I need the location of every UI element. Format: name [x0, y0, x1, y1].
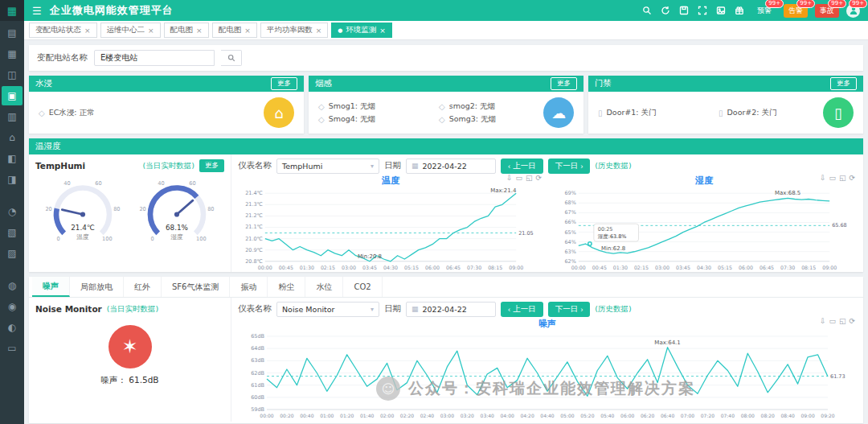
env-tab-8[interactable]: CO2 [343, 277, 382, 297]
search-icon[interactable] [641, 5, 653, 16]
download-icon[interactable]: ⇩ [820, 317, 826, 325]
svg-text:100: 100 [196, 236, 207, 242]
env-tab-7[interactable]: 水位 [305, 277, 343, 297]
temphumi-prev-day-button[interactable]: ‹上一日 [501, 158, 543, 174]
svg-text:00:20: 00:20 [280, 413, 293, 418]
close-tab-icon[interactable]: × [316, 27, 322, 35]
restore-icon[interactable]: ⟳ [849, 174, 855, 182]
door-more-button[interactable]: 更多 [830, 77, 857, 90]
env-tab-3[interactable]: 红外 [124, 277, 162, 297]
temphumi-history-link[interactable]: (历史数据) [595, 161, 631, 171]
water-more-button[interactable]: 更多 [271, 77, 297, 90]
zoom-icon[interactable]: ◱ [526, 174, 533, 182]
chevron-left-icon: ‹ [508, 162, 510, 171]
noise-next-day-button[interactable]: 下一日› [548, 302, 591, 317]
svg-text:08:20: 08:20 [761, 413, 775, 418]
temphumi-more-button[interactable]: 更多 [199, 159, 224, 172]
zoom-icon[interactable]: ◱ [839, 174, 846, 182]
page-tab[interactable]: 运维中心二× [100, 23, 161, 38]
screenshot-icon[interactable] [715, 5, 727, 16]
fullscreen-icon[interactable] [697, 5, 708, 16]
restore-icon[interactable]: ⟳ [849, 317, 855, 325]
noise-date-input[interactable]: ▦2022-04-22 [406, 302, 496, 317]
env-tab-2[interactable]: 局部放电 [70, 277, 124, 297]
temphumi-date-input[interactable]: ▦2022-04-22 [406, 158, 496, 174]
top-header: ▦ ☰ 企业微电网能效管理平台 预警99+ 告警99+ 事故99+ 99+ [0, 0, 868, 21]
sidebar-icon-user[interactable]: ◉ [2, 297, 23, 316]
app-title: 企业微电网能效管理平台 [50, 3, 174, 18]
close-tab-icon[interactable]: × [148, 27, 154, 35]
restore-icon[interactable]: ⟳ [535, 174, 542, 182]
page-tab[interactable]: 变配电站状态× [29, 23, 97, 38]
sidebar-icon-log[interactable]: ▭ [2, 339, 23, 358]
svg-text:09:00: 09:00 [822, 265, 837, 270]
temphumi-next-day-button[interactable]: 下一日› [548, 158, 591, 174]
sidebar-icon-station[interactable]: ⌂ [2, 128, 23, 147]
page-tab[interactable]: 配电图× [164, 23, 209, 38]
zoom-icon[interactable]: ◱ [839, 317, 846, 325]
env-tab-4[interactable]: SF6气体监测 [162, 277, 230, 297]
temphumi-realtime-link[interactable]: (当日实时数据) [143, 161, 194, 171]
close-tab-icon[interactable]: × [196, 27, 203, 35]
menu-toggle-icon[interactable]: ☰ [32, 5, 42, 17]
refresh-icon[interactable] [660, 5, 671, 16]
chevron-down-icon: ▾ [371, 306, 374, 313]
warning-badge-button[interactable]: 预警99+ [752, 4, 776, 18]
close-tab-icon[interactable]: × [379, 27, 386, 35]
page-tab[interactable]: 配电图× [212, 23, 257, 38]
sidebar-icon-energy[interactable]: ▥ [2, 107, 23, 126]
noise-prev-day-button[interactable]: ‹上一日 [501, 302, 543, 317]
water-panel-title: 水浸 [35, 78, 52, 89]
sidebar-icon-environment[interactable]: ▣ [2, 86, 23, 105]
env-tab-1[interactable]: 噪声 [32, 277, 70, 297]
svg-text:03:00: 03:00 [440, 413, 454, 418]
svg-text:02:15: 02:15 [321, 265, 335, 270]
data-view-icon[interactable]: ▭ [829, 317, 836, 325]
sidebar-icon-alarm[interactable]: ▧ [2, 223, 23, 242]
svg-text:06:45: 06:45 [446, 265, 461, 270]
env-tab-6[interactable]: 粉尘 [268, 277, 305, 297]
user-avatar[interactable]: 99+ [846, 4, 860, 18]
svg-text:02:15: 02:15 [634, 265, 649, 270]
smoke-more-button[interactable]: 更多 [551, 77, 577, 90]
station-search-button[interactable] [221, 50, 242, 66]
sidebar-icon-chart[interactable]: ◨ [2, 170, 23, 189]
download-icon[interactable]: ⇩ [506, 174, 513, 182]
page-tab[interactable]: 平均功率因数× [260, 23, 329, 38]
water-sensor-item: ◇EC水浸: 正常 [39, 108, 257, 118]
noise-history-link[interactable]: (历史数据) [595, 304, 631, 315]
data-view-icon[interactable]: ▭ [515, 174, 522, 182]
svg-text:60: 60 [95, 180, 101, 187]
svg-text:00:45: 00:45 [279, 265, 293, 270]
gift-icon[interactable] [734, 5, 745, 16]
tab-label: 运维中心二 [107, 25, 145, 35]
station-name-input[interactable]: E楼变电站 [94, 50, 215, 66]
close-tab-icon[interactable]: × [244, 27, 251, 35]
alarm-badge-button[interactable]: 告警99+ [784, 4, 808, 18]
accident-badge-button[interactable]: 事故99+ [815, 4, 839, 18]
noise-realtime-link[interactable]: (当日实时数据) [107, 304, 158, 315]
svg-text:05:15: 05:15 [718, 265, 732, 270]
sidebar-icon-device[interactable]: ▨ [2, 244, 23, 263]
sidebar-icon-overview[interactable]: ▤ [2, 23, 23, 43]
svg-text:00:25: 00:25 [598, 226, 613, 233]
download-icon[interactable]: ⇩ [820, 174, 826, 182]
close-tab-icon[interactable]: × [84, 27, 91, 35]
sidebar-icon-monitor[interactable]: ▦ [2, 44, 23, 64]
svg-text:63%: 63% [564, 249, 575, 255]
env-tab-5[interactable]: 振动 [230, 277, 268, 297]
temphumi-meter-select[interactable]: TempHumi▾ [276, 158, 379, 174]
alarm-count-badge: 99+ [796, 0, 815, 8]
sidebar-icon-power[interactable]: ◫ [2, 65, 23, 84]
door-panel: 门禁更多 ▯Door#1: 关门 ▯Door#2: 关门 ▯ [588, 76, 863, 134]
temphumi-device-name: TempHumi [35, 161, 85, 171]
svg-text:20: 20 [45, 206, 51, 212]
page-tab[interactable]: ●环境监测× [331, 23, 392, 38]
sidebar-icon-report[interactable]: ◧ [2, 149, 23, 168]
sidebar-icon-system[interactable]: ◐ [2, 318, 23, 337]
noise-meter-select[interactable]: Noise Monitor▾ [276, 302, 379, 317]
save-icon[interactable] [678, 5, 690, 16]
sidebar-icon-settings[interactable]: ◍ [2, 276, 23, 295]
data-view-icon[interactable]: ▭ [829, 174, 836, 182]
sidebar-icon-analysis[interactable]: ◔ [2, 202, 23, 221]
